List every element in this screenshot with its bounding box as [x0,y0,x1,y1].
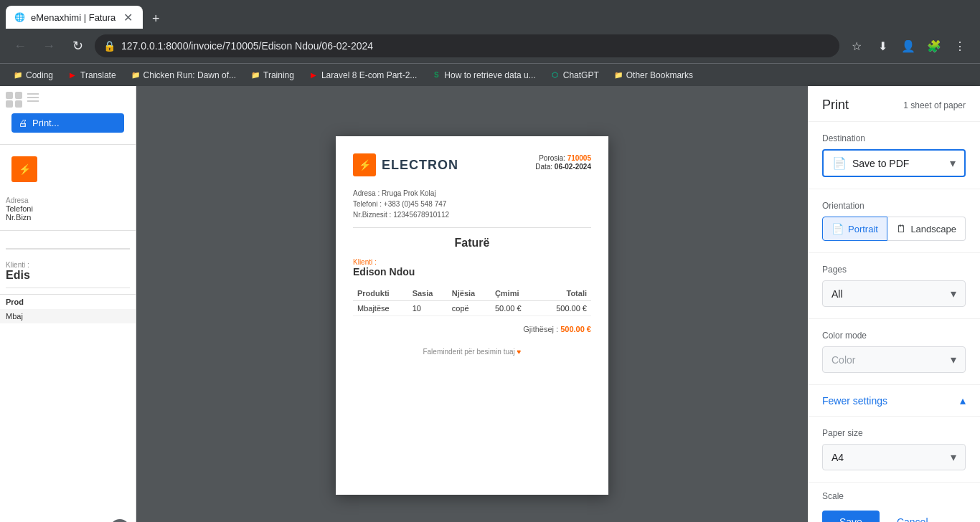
cancel-button[interactable]: Cancel [885,511,940,522]
bookmark-laravel-label: Laravel 8 E-com Part-2... [321,70,417,80]
forward-button[interactable]: → [37,34,60,57]
invoice-meta: Porosia: 710005 Data: 06-02-2024 [535,153,591,171]
invoice-total: Gjithësej : 500.00 € [353,325,591,333]
print-panel: Print 1 sheet of paper Destination 📄 Sav… [808,86,980,522]
printer-icon: 🖨 [19,118,28,128]
invoice-logo-icon: ⚡ [353,153,376,176]
orientation-buttons: 📄 Portrait 🗒 Landscape [822,217,966,241]
sidebar-address: Adresa Telefoni Nr.Bizn [0,194,136,224]
back-button[interactable]: ← [9,34,32,57]
bookmark-training-label: Training [263,70,294,80]
tab-bar: 🌐 eMenaxhimi | Fatura ✕ + [0,0,980,29]
cell-price: 50.00 € [491,301,538,316]
cell-total: 500.00 € [538,301,591,316]
sidebar-print-button[interactable]: 🖨 Print... [11,113,124,133]
paper-size-label: Paper size [822,428,966,438]
destination-dropdown[interactable]: 📄 Save to PDF ▾ [822,149,966,177]
color-chevron-icon: ▾ [951,353,956,366]
download-button[interactable]: ⬇ [871,34,894,57]
phone-value: +383 (0)45 548 747 [384,200,447,208]
invoice-order-label: Porosia: [539,154,567,162]
invoice-address-line: Adresa : Rruga Prok Kolaj [353,188,591,199]
destination-section: Destination 📄 Save to PDF ▾ [808,122,980,189]
sidebar-product-header: Prod [0,294,136,309]
bookmark-chatgpt[interactable]: ⬡ ChatGPT [546,69,603,82]
fewer-settings-label: Fewer settings [822,395,887,407]
color-mode-label: Color mode [822,331,966,341]
footer-text: Faleminderit për besimin tuaj [423,348,514,356]
sidebar-address-value: Telefoni [6,204,130,213]
youtube-icon: ▶ [308,70,319,80]
bookmark-other[interactable]: 📁 Other Bookmarks [609,69,697,82]
col-header-unit: Njësia [448,286,491,301]
paper-size-value: A4 [831,452,844,463]
total-label: Gjithësej : [523,325,558,333]
bookmark-retrieve[interactable]: S How to retrieve data u... [427,69,540,82]
s-icon: S [431,70,441,80]
col-header-qty: Sasia [408,286,448,301]
sidebar-eye-button[interactable]: 👁 [110,519,130,522]
bookmark-chicken[interactable]: 📁 Chicken Run: Dawn of... [126,69,240,82]
bookmark-laravel[interactable]: ▶ Laravel 8 E-com Part-2... [304,69,421,82]
extensions-button[interactable]: 🧩 [923,34,946,57]
active-tab[interactable]: 🌐 eMenaxhimi | Fatura ✕ [6,6,143,29]
sidebar-client: Klienti : Edis [0,255,136,288]
reload-button[interactable]: ↻ [66,34,89,57]
paper-size-section: Paper size A4 ▾ [808,417,980,483]
menu-button[interactable]: ⋮ [948,34,971,57]
bookmark-training[interactable]: 📁 Training [246,69,298,82]
orientation-section: Orientation 📄 Portrait 🗒 Landscape [808,189,980,253]
bookmark-translate-label: Translate [80,70,116,80]
invoice-address: Adresa : Rruga Prok Kolaj Telefoni : +38… [353,188,591,220]
folder-icon: 📁 [131,70,141,80]
sidebar-print-label: Print... [32,118,60,128]
sidebar-address-label: Adresa [6,196,130,204]
pages-section: Pages All ▾ [808,253,980,319]
chevron-up-icon: ▴ [960,394,966,407]
save-button[interactable]: Save [822,511,880,522]
new-tab-button[interactable]: + [146,9,166,29]
invoice-logo: ⚡ ELECTRON [353,153,458,176]
color-mode-section: Color mode Color ▾ [808,319,980,385]
color-dropdown[interactable]: Color ▾ [822,346,966,373]
invoice-date-label: Data: [535,163,555,171]
paper-size-dropdown[interactable]: A4 ▾ [822,444,966,470]
bookmarks-bar: 📁 Coding ▶ Translate 📁 Chicken Run: Dawn… [0,63,980,86]
profile-button[interactable]: 👤 [897,34,920,57]
invoice-order: Porosia: 710005 [535,153,591,162]
portrait-button[interactable]: 📄 Portrait [822,217,887,241]
folder-icon: 📁 [613,70,623,80]
bookmark-translate[interactable]: ▶ Translate [63,69,121,82]
sidebar-product-row: Mbaj [0,309,136,323]
sidebar-client-label: Klienti : [6,261,130,269]
chevron-down-icon: ▾ [950,156,956,170]
print-panel-scroll[interactable]: Destination 📄 Save to PDF ▾ Orientation … [808,122,980,499]
bookmark-other-label: Other Bookmarks [626,70,693,80]
scale-section: Scale Fit to page width Scale ▲ ▼ [808,483,980,499]
bookmark-button[interactable]: ☆ [845,34,868,57]
url-text: 127.0.0.1:8000/invoice/710005/Edison Ndo… [121,40,373,52]
invoice-divider [353,227,591,228]
folder-icon: 📁 [250,70,260,80]
fewer-settings-button[interactable]: Fewer settings ▴ [808,385,980,417]
table-row: Mbajtëse 10 copë 50.00 € 500.00 € [353,301,591,316]
invoice-paper: ⚡ ELECTRON Porosia: 710005 Data: 06-02-2… [336,136,608,495]
bookmark-coding[interactable]: 📁 Coding [9,69,57,82]
tab-close-button[interactable]: ✕ [121,11,134,24]
bookmark-retrieve-label: How to retrieve data u... [444,70,535,80]
address-value: Rruga Prok Kolaj [382,189,436,197]
invoice-date-value: 06-02-2024 [555,163,591,171]
invoice-title: Faturë [353,237,591,250]
address-bar[interactable]: 🔒 127.0.0.1:8000/invoice/710005/Edison N… [95,34,839,57]
bookmark-chatgpt-label: ChatGPT [563,70,599,80]
folder-icon: 📁 [13,70,23,80]
invoice-order-number: 710005 [567,154,591,162]
landscape-label: Landscape [910,224,956,234]
pages-dropdown[interactable]: All ▾ [822,280,966,307]
print-panel-header: Print 1 sheet of paper [808,86,980,122]
landscape-button[interactable]: 🗒 Landscape [887,217,966,241]
col-header-total: Totali [538,286,591,301]
portrait-label: Portrait [848,224,878,234]
invoice-client-label: Klienti : [353,258,591,266]
invoice-client-section: Klienti : Edison Ndou [353,258,591,277]
